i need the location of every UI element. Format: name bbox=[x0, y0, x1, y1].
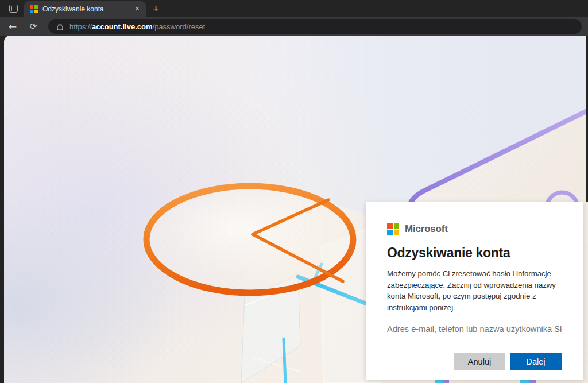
next-button[interactable]: Dalej bbox=[510, 353, 562, 370]
microsoft-logo-icon bbox=[387, 223, 399, 235]
tab-close-icon[interactable]: × bbox=[132, 4, 142, 14]
url-path: /password/reset bbox=[153, 22, 206, 31]
address-bar[interactable]: https://account.live.com/password/reset bbox=[48, 19, 582, 34]
orange-pie-chart-graphic bbox=[146, 186, 353, 293]
microsoft-favicon-icon bbox=[30, 5, 38, 13]
page-content: Microsoft Odzyskiwanie konta Możemy pomó… bbox=[4, 36, 588, 383]
new-tab-button[interactable]: + bbox=[153, 3, 159, 14]
back-button[interactable]: ← bbox=[2, 21, 23, 32]
refresh-button[interactable]: ⟳ bbox=[23, 21, 44, 32]
brand-name: Microsoft bbox=[405, 223, 448, 235]
tab-actions-icon bbox=[9, 5, 18, 13]
tab-actions-button[interactable] bbox=[5, 0, 22, 17]
browser-window: Odzyskiwanie konta × + ← ⟳ https://accou… bbox=[0, 0, 588, 383]
url-scheme: https:// bbox=[69, 22, 92, 31]
description-text: Możemy pomóc Ci zresetować hasło i infor… bbox=[387, 268, 562, 313]
account-recovery-card: Microsoft Odzyskiwanie konta Możemy pomó… bbox=[366, 202, 583, 380]
cancel-button[interactable]: Anuluj bbox=[454, 353, 505, 370]
tab-strip: Odzyskiwanie konta × + bbox=[0, 0, 588, 17]
url-text: https://account.live.com/password/reset bbox=[69, 22, 205, 31]
brand-row: Microsoft bbox=[387, 223, 562, 235]
url-host: account.live.com bbox=[92, 22, 152, 31]
navigation-toolbar: ← ⟳ https://account.live.com/password/re… bbox=[0, 17, 588, 36]
page-title: Odzyskiwanie konta bbox=[387, 245, 562, 261]
window-frame-edge bbox=[586, 36, 588, 202]
tab-title: Odzyskiwanie konta bbox=[42, 5, 127, 13]
button-row: Anuluj Dalej bbox=[387, 353, 562, 370]
browser-tab[interactable]: Odzyskiwanie konta × bbox=[24, 1, 146, 17]
account-input[interactable] bbox=[387, 324, 562, 338]
lock-icon bbox=[57, 23, 63, 30]
